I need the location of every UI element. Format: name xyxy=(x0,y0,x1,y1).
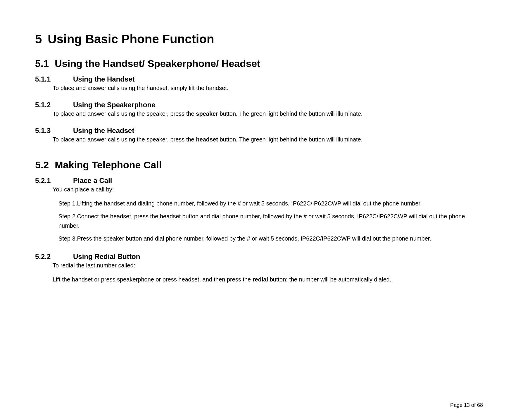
page-footer: Page 13 of 68 xyxy=(450,402,483,408)
subsection-513-title: Using the Headset xyxy=(73,127,134,135)
subsection-522-body: Lift the handset or press speakerphone o… xyxy=(53,275,483,284)
subsection-522-header: 5.2.2 Using Redial Button xyxy=(35,253,483,261)
subsection-521-step2: Step 2.Connect the headset, press the he… xyxy=(58,212,483,230)
subsection-521-number: 5.2.1 xyxy=(35,177,73,185)
section-51-title: Using the Handset/ Speakerphone/ Headset xyxy=(55,58,260,69)
section-51-number: 5.1 xyxy=(35,58,49,69)
chapter-title: Using Basic Phone Function xyxy=(48,32,214,46)
subsection-512-bold-word: speaker xyxy=(196,110,218,117)
subsection-522-number: 5.2.2 xyxy=(35,253,73,261)
section-52-number: 5.2 xyxy=(35,159,49,171)
subsection-513-body-before: To place and answer calls using the spea… xyxy=(53,136,196,143)
subsection-521-title: Place a Call xyxy=(73,177,112,185)
subsection-512-number: 5.1.2 xyxy=(35,101,73,109)
subsection-512-body-before: To place and answer calls using the spea… xyxy=(53,110,196,117)
subsection-512-body-after: button. The green light behind the butto… xyxy=(218,110,362,117)
subsection-522-bold-word: redial xyxy=(253,276,268,283)
subsection-513-bold-word: headset xyxy=(196,136,218,143)
subsection-511-body: To place and answer calls using the hand… xyxy=(53,83,483,93)
subsection-521-step1: Step 1.Lifting the handset and dialing p… xyxy=(58,199,483,208)
subsection-521-intro: You can place a call by: xyxy=(53,185,483,194)
subsection-513-header: 5.1.3 Using the Headset xyxy=(35,127,483,135)
subsection-522-intro: To redial the last number called: xyxy=(53,261,483,270)
subsection-521-header: 5.2.1 Place a Call xyxy=(35,177,483,185)
section-51-header: 5.1 Using the Handset/ Speakerphone/ Hea… xyxy=(35,58,483,69)
subsection-522-body-before: Lift the handset or press speakerphone o… xyxy=(53,276,253,283)
subsection-511-title: Using the Handset xyxy=(73,75,135,83)
subsection-511-header: 5.1.1 Using the Handset xyxy=(35,75,483,83)
chapter-number: 5 xyxy=(35,32,42,46)
subsection-512-header: 5.1.2 Using the Speakerphone xyxy=(35,101,483,109)
subsection-513-body: To place and answer calls using the spea… xyxy=(53,135,483,144)
page-number: Page 13 of 68 xyxy=(450,402,483,408)
subsection-512-title: Using the Speakerphone xyxy=(73,101,155,109)
chapter-header: 5 Using Basic Phone Function xyxy=(35,32,483,46)
subsection-513-body-after: button. The green light behind the butto… xyxy=(218,136,362,143)
page-content: 5 Using Basic Phone Function 5.1 Using t… xyxy=(35,32,483,284)
subsection-513-number: 5.1.3 xyxy=(35,127,73,135)
subsection-512-body: To place and answer calls using the spea… xyxy=(53,109,483,118)
section-52-title: Making Telephone Call xyxy=(55,159,162,171)
subsection-522-body-after: button; the number will be automatically… xyxy=(268,276,391,283)
subsection-521-step3: Step 3.Press the speaker button and dial… xyxy=(58,234,483,243)
section-52-header: 5.2 Making Telephone Call xyxy=(35,159,483,171)
subsection-511-number: 5.1.1 xyxy=(35,75,73,83)
subsection-522-title: Using Redial Button xyxy=(73,253,140,261)
